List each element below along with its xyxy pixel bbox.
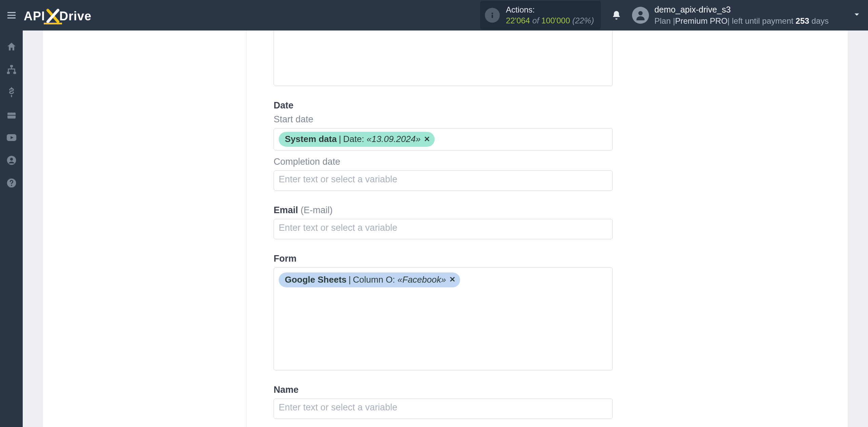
svg-point-5 xyxy=(638,11,643,16)
pill-source: Google Sheets xyxy=(285,274,347,286)
logo[interactable]: API Drive xyxy=(24,7,92,23)
home-icon xyxy=(6,41,17,52)
pill-value: «13.09.2024» xyxy=(367,134,420,145)
notifications-button[interactable] xyxy=(610,8,623,22)
youtube-icon xyxy=(6,132,17,143)
sidebar-connections[interactable] xyxy=(0,58,23,81)
actions-total: 100'000 xyxy=(541,16,570,25)
avatar xyxy=(632,7,649,24)
svg-point-13 xyxy=(10,158,13,161)
name-field[interactable] xyxy=(279,402,608,413)
start-date-label: Start date xyxy=(274,114,613,125)
svg-rect-8 xyxy=(13,72,16,74)
svg-rect-4 xyxy=(492,15,493,18)
logo-x-icon xyxy=(46,9,59,22)
name-heading: Name xyxy=(274,385,613,395)
left-column xyxy=(43,30,246,427)
form-heading: Form xyxy=(274,253,613,264)
email-field[interactable] xyxy=(279,223,608,233)
prev-textarea[interactable] xyxy=(274,30,613,86)
svg-rect-10 xyxy=(7,115,16,116)
actions-pct: (22%) xyxy=(572,16,594,25)
email-subheading: (E-mail) xyxy=(301,205,333,215)
sidebar-billing[interactable] xyxy=(0,81,23,103)
hamburger-icon xyxy=(6,10,17,21)
start-date-variable-pill[interactable]: System data | Date: «13.09.2024» ✕ xyxy=(279,132,435,147)
svg-point-3 xyxy=(492,13,493,14)
topbar: API Drive Actions: 22'064 of 100'000 (22… xyxy=(0,0,868,30)
briefcase-icon xyxy=(6,109,17,120)
actions-used: 22'064 xyxy=(506,16,530,25)
form-input[interactable]: Google Sheets | Column O: «Facebook» ✕ xyxy=(274,267,613,370)
pill-value: «Facebook» xyxy=(397,274,446,286)
pill-remove[interactable]: ✕ xyxy=(449,275,455,285)
page-canvas: Date Start date System data | Date: «13.… xyxy=(43,30,848,427)
info-icon xyxy=(485,8,500,23)
form-variable-pill[interactable]: Google Sheets | Column O: «Facebook» ✕ xyxy=(279,272,460,287)
email-heading: Email (E-mail) xyxy=(274,205,613,216)
actions-label: Actions: xyxy=(506,4,594,15)
completion-date-field[interactable] xyxy=(279,174,608,185)
sidebar-help[interactable] xyxy=(0,171,23,194)
logo-left: API xyxy=(24,9,45,23)
start-date-input[interactable]: System data | Date: «13.09.2024» ✕ xyxy=(274,128,613,150)
user-text: demo_apix-drive_s3 Plan |Premium PRO| le… xyxy=(654,4,829,26)
sidebar-projects[interactable] xyxy=(0,103,23,126)
actions-text: Actions: 22'064 of 100'000 (22%) xyxy=(506,4,594,26)
plan-line: Plan |Premium PRO| left until payment 25… xyxy=(654,16,829,26)
sidebar xyxy=(0,30,23,427)
menu-toggle[interactable] xyxy=(4,8,19,23)
svg-rect-6 xyxy=(10,65,13,67)
sidebar-home[interactable] xyxy=(0,35,23,58)
user-menu-toggle[interactable] xyxy=(852,10,861,20)
sidebar-account[interactable] xyxy=(0,149,23,171)
chevron-down-icon xyxy=(852,10,861,19)
actions-of: of xyxy=(532,16,541,25)
name-input[interactable] xyxy=(274,399,613,419)
sitemap-icon xyxy=(6,64,17,75)
user-icon xyxy=(634,9,647,21)
date-heading: Date xyxy=(274,100,613,111)
svg-point-15 xyxy=(11,184,12,185)
form-area: Date Start date System data | Date: «13.… xyxy=(274,30,613,427)
pill-source: System data xyxy=(285,134,337,145)
actions-counter[interactable]: Actions: 22'064 of 100'000 (22%) xyxy=(480,1,601,30)
user-circle-icon xyxy=(6,155,17,166)
pill-remove[interactable]: ✕ xyxy=(424,135,430,144)
main: Date Start date System data | Date: «13.… xyxy=(23,30,868,427)
email-input[interactable] xyxy=(274,219,613,239)
completion-date-input[interactable] xyxy=(274,170,613,191)
svg-rect-7 xyxy=(7,72,9,74)
user-menu[interactable]: demo_apix-drive_s3 Plan |Premium PRO| le… xyxy=(632,4,861,26)
sidebar-video[interactable] xyxy=(0,126,23,149)
pill-field: Column O: xyxy=(353,274,395,286)
dollar-icon xyxy=(6,87,17,98)
username: demo_apix-drive_s3 xyxy=(654,4,829,16)
logo-right: Drive xyxy=(59,9,92,23)
completion-date-label: Completion date xyxy=(274,157,613,167)
pill-field: Date: xyxy=(343,134,364,145)
bell-icon xyxy=(611,10,622,20)
question-icon xyxy=(6,178,17,188)
